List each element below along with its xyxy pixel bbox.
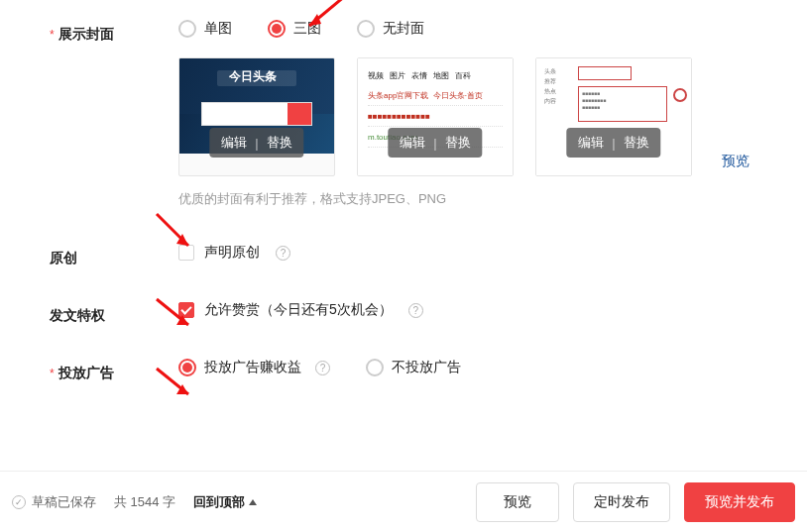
radio-icon — [357, 20, 375, 38]
cover-preview-link[interactable]: 预览 — [722, 153, 749, 170]
svg-marker-7 — [176, 384, 188, 394]
thumb-replace-button[interactable]: 替换 — [267, 134, 292, 152]
thumb-overlay: 编辑 | 替换 — [566, 128, 660, 158]
cover-thumb-3[interactable]: 头条推荐热点内容 ■■■■■■■■■■■■■■■■■■■■ 编辑 | 替换 — [535, 57, 692, 176]
radio-icon — [178, 359, 196, 376]
schedule-publish-button[interactable]: 定时发布 — [573, 482, 670, 522]
draft-saved-text: 草稿已保存 — [32, 493, 96, 511]
thumb-edit-button[interactable]: 编辑 — [578, 134, 604, 152]
required-asterisk: * — [50, 367, 55, 380]
thumb-overlay: 编辑 | 替换 — [388, 128, 482, 158]
radio-group-cover: 单图 三图 无封面 — [178, 20, 807, 38]
label-cover: 展示封面 — [58, 26, 114, 44]
radio-icon — [178, 20, 196, 38]
caret-up-icon — [249, 499, 257, 505]
radio-label: 投放广告赚收益 — [204, 359, 301, 376]
word-count: 共 1544 字 — [114, 493, 175, 511]
info-icon[interactable]: ? — [408, 303, 423, 318]
cover-thumb-2[interactable]: 视频图片表情地图百科 头条app官网下载 今日头条·首页 ■■■■■■■■■■■… — [357, 57, 514, 176]
radio-label: 无封面 — [383, 20, 424, 38]
back-to-top-button[interactable]: 回到顶部 — [193, 493, 257, 511]
radio-group-ad: 投放广告赚收益 ? 不投放广告 — [178, 359, 807, 376]
required-asterisk: * — [50, 28, 55, 42]
info-icon[interactable]: ? — [276, 246, 290, 261]
info-icon[interactable]: ? — [315, 361, 330, 375]
radio-ad-disable[interactable]: 不投放广告 — [366, 359, 461, 376]
cover-help-text: 优质的封面有利于推荐，格式支持JPEG、PNG — [178, 190, 807, 208]
radio-icon — [268, 20, 286, 38]
radio-ad-enable[interactable]: 投放广告赚收益 ? — [178, 359, 330, 376]
check-circle-icon: ✓ — [12, 495, 26, 509]
radio-cover-single[interactable]: 单图 — [178, 20, 232, 38]
radio-label: 单图 — [204, 20, 232, 38]
thumb-replace-button[interactable]: 替换 — [624, 134, 649, 152]
checkbox-original[interactable] — [178, 245, 194, 261]
thumb-edit-button[interactable]: 编辑 — [221, 134, 247, 152]
label-ad: 投放广告 — [58, 365, 114, 382]
radio-label: 三图 — [293, 20, 321, 38]
radio-cover-none[interactable]: 无封面 — [357, 20, 424, 38]
radio-icon — [366, 359, 384, 376]
thumb-edit-button[interactable]: 编辑 — [400, 134, 425, 152]
label-original: 原创 — [50, 250, 77, 267]
preview-button[interactable]: 预览 — [476, 482, 559, 522]
radio-cover-triple[interactable]: 三图 — [268, 20, 321, 38]
thumb-overlay: 编辑 | 替换 — [209, 128, 303, 158]
checkbox-appreciate[interactable] — [178, 302, 194, 318]
footer-bar: ✓ 草稿已保存 共 1544 字 回到顶部 预览 定时发布 预览并发布 — [0, 471, 807, 532]
thumb1-title: 今日头条 — [229, 68, 277, 85]
radio-label: 不投放广告 — [392, 359, 461, 376]
checkbox-appreciate-label: 允许赞赏（今日还有5次机会） — [204, 301, 393, 319]
draft-saved-indicator: ✓ 草稿已保存 — [12, 493, 96, 511]
thumb-replace-button[interactable]: 替换 — [445, 134, 471, 152]
label-privilege: 发文特权 — [50, 307, 105, 325]
back-to-top-label: 回到顶部 — [193, 493, 245, 511]
cover-thumb-1[interactable]: 今日头条 编辑 | 替换 — [178, 57, 335, 176]
checkbox-original-label: 声明原创 — [204, 244, 260, 262]
preview-and-publish-button[interactable]: 预览并发布 — [684, 482, 795, 522]
